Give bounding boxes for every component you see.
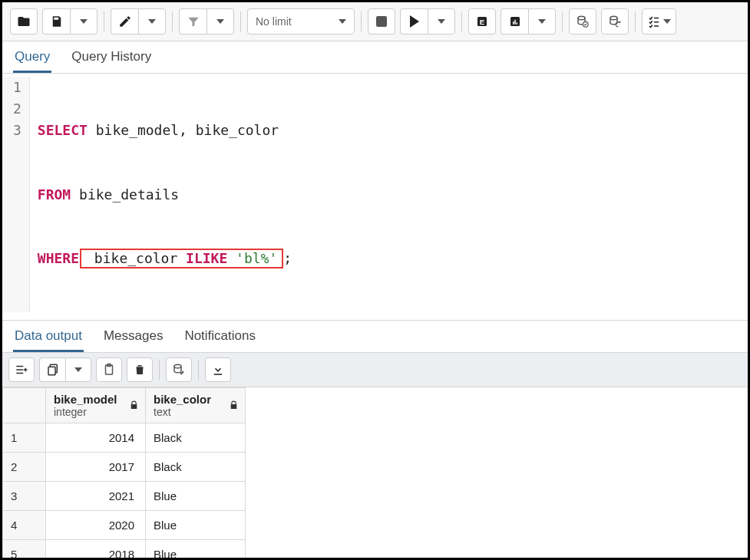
commit-button[interactable] bbox=[569, 8, 596, 35]
edit-dropdown[interactable] bbox=[138, 8, 166, 35]
results-table: bike_model integer bike_color text 12014… bbox=[2, 387, 246, 560]
execute-button[interactable] bbox=[400, 8, 428, 35]
result-toolbar bbox=[2, 353, 748, 387]
svg-point-8 bbox=[610, 16, 617, 20]
download-icon bbox=[211, 363, 225, 377]
rollback-button[interactable] bbox=[601, 8, 629, 35]
lock-icon bbox=[129, 399, 139, 412]
result-tabs: Data output Messages Notifications bbox=[2, 320, 748, 353]
editor-tabs: Query Query History bbox=[2, 41, 748, 74]
filter-dropdown[interactable] bbox=[206, 8, 234, 35]
copy-dropdown[interactable] bbox=[65, 357, 91, 382]
sql-editor[interactable]: 1 2 3 SELECT bike_model, bike_color FROM… bbox=[2, 74, 748, 320]
main-toolbar: No limit E bbox=[2, 2, 748, 41]
line-gutter: 1 2 3 bbox=[2, 77, 30, 312]
chevron-down-icon bbox=[663, 19, 671, 24]
save-dropdown[interactable] bbox=[70, 8, 97, 35]
db-undo-icon bbox=[608, 15, 622, 28]
explain-icon: E bbox=[475, 15, 489, 28]
add-row-button[interactable] bbox=[8, 357, 35, 382]
chevron-down-icon bbox=[74, 367, 82, 372]
highlighted-condition: bike_color ILIKE 'bl%' bbox=[80, 249, 283, 268]
table-row[interactable]: 22017Black bbox=[3, 453, 246, 482]
results-body: 12014Black 22017Black 32021Blue 42020Blu… bbox=[3, 423, 246, 560]
stop-icon bbox=[376, 16, 387, 27]
tab-query[interactable]: Query bbox=[13, 41, 51, 73]
save-data-button[interactable] bbox=[166, 357, 192, 382]
limit-select[interactable]: No limit bbox=[247, 8, 355, 35]
table-row[interactable]: 32021Blue bbox=[3, 482, 246, 511]
rows-plus-icon bbox=[15, 363, 28, 377]
folder-icon bbox=[17, 15, 31, 28]
edit-button[interactable] bbox=[111, 8, 138, 35]
svg-rect-10 bbox=[48, 367, 55, 375]
column-header-bike-model[interactable]: bike_model integer bbox=[46, 388, 146, 423]
delete-button[interactable] bbox=[127, 357, 153, 382]
stop-button[interactable] bbox=[368, 8, 395, 35]
explain-analyze-button[interactable] bbox=[501, 8, 528, 35]
chevron-down-icon bbox=[538, 19, 546, 24]
svg-rect-5 bbox=[516, 23, 517, 25]
copy-icon bbox=[46, 363, 60, 377]
table-row[interactable]: 12014Black bbox=[3, 423, 246, 453]
execute-dropdown[interactable] bbox=[428, 8, 455, 35]
open-file-button[interactable] bbox=[10, 8, 38, 35]
paste-button[interactable] bbox=[96, 357, 122, 382]
limit-label: No limit bbox=[256, 15, 292, 28]
chart-icon bbox=[508, 15, 522, 28]
db-edit-icon bbox=[172, 363, 186, 377]
chevron-down-icon bbox=[148, 19, 156, 24]
svg-text:E: E bbox=[480, 18, 485, 26]
tab-messages[interactable]: Messages bbox=[102, 321, 164, 352]
table-row[interactable]: 52018Blue bbox=[3, 540, 246, 560]
copy-button[interactable] bbox=[39, 357, 65, 382]
svg-point-13 bbox=[174, 364, 181, 368]
list-check-icon bbox=[647, 15, 661, 28]
explain-dropdown[interactable] bbox=[528, 8, 556, 35]
save-icon bbox=[50, 15, 64, 28]
lock-icon bbox=[229, 399, 239, 412]
column-header-bike-color[interactable]: bike_color text bbox=[146, 388, 246, 423]
svg-rect-3 bbox=[513, 21, 514, 25]
tab-query-history[interactable]: Query History bbox=[70, 41, 153, 73]
filter-icon bbox=[187, 15, 200, 28]
download-button[interactable] bbox=[205, 357, 231, 382]
db-check-icon bbox=[576, 15, 590, 28]
chevron-down-icon bbox=[216, 19, 224, 24]
save-button[interactable] bbox=[42, 8, 70, 35]
macros-button[interactable] bbox=[642, 8, 676, 35]
svg-point-6 bbox=[578, 16, 585, 20]
table-row[interactable]: 42020Blue bbox=[3, 511, 246, 540]
chevron-down-icon bbox=[339, 19, 346, 24]
code-area[interactable]: SELECT bike_model, bike_color FROM bike_… bbox=[30, 77, 292, 312]
trash-icon bbox=[133, 363, 147, 377]
chevron-down-icon bbox=[438, 19, 445, 24]
play-icon bbox=[410, 15, 419, 28]
row-number-header[interactable] bbox=[3, 388, 46, 423]
tab-data-output[interactable]: Data output bbox=[13, 321, 84, 352]
clipboard-icon bbox=[102, 363, 116, 377]
chevron-down-icon bbox=[80, 19, 88, 24]
filter-button[interactable] bbox=[179, 8, 206, 35]
tab-notifications[interactable]: Notifications bbox=[183, 321, 257, 352]
explain-button[interactable]: E bbox=[468, 8, 496, 35]
svg-rect-4 bbox=[514, 20, 516, 25]
pencil-icon bbox=[118, 15, 132, 28]
